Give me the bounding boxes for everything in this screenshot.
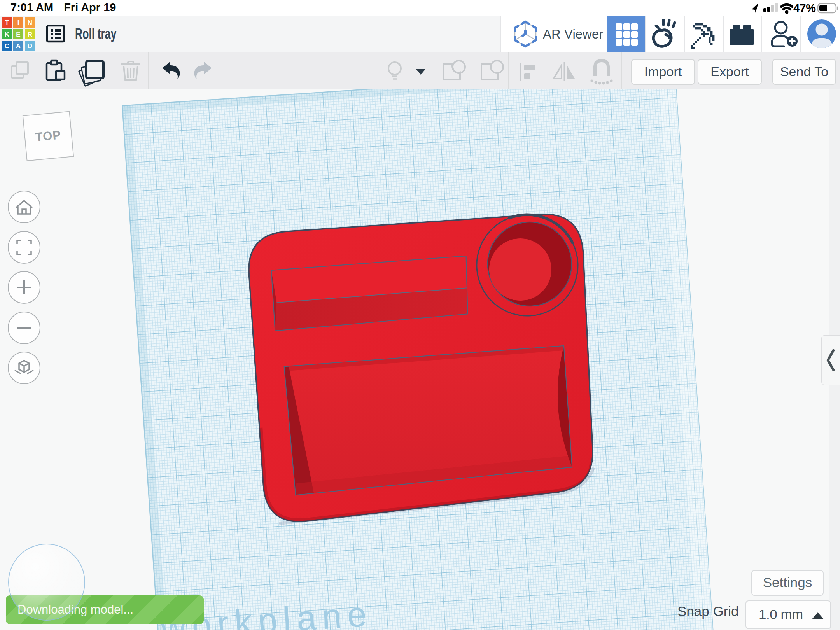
svg-text:AR Viewer: AR Viewer — [543, 27, 603, 41]
svg-text:47%: 47% — [793, 2, 816, 14]
